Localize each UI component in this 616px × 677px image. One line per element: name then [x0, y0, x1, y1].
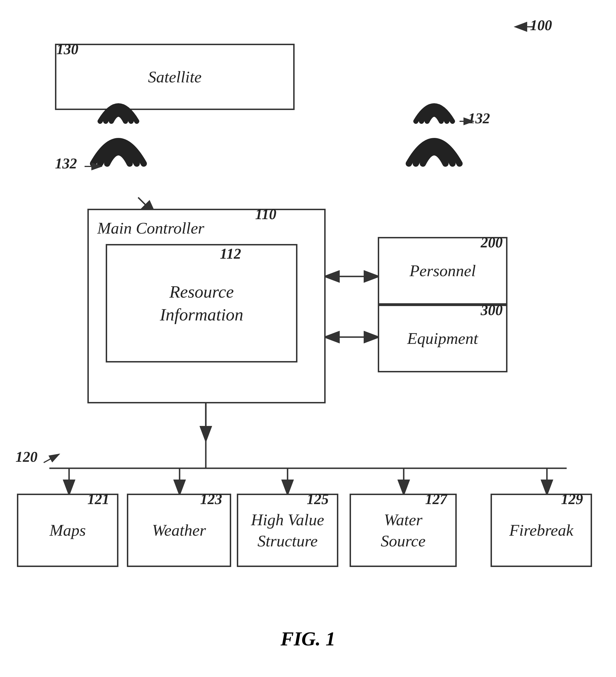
signal-left-small-icon [96, 85, 141, 124]
svg-line-22 [44, 454, 59, 463]
ref-125: 125 [307, 491, 329, 507]
ref-110: 110 [255, 206, 276, 223]
ref-132-right-arrow [457, 116, 476, 127]
equipment-label: Equipment [407, 328, 478, 349]
ref-121: 121 [87, 491, 109, 507]
resource-information-box: Resource Information [106, 244, 297, 362]
firebreak-label: Firebreak [509, 520, 573, 541]
ref-300: 300 [481, 302, 503, 318]
main-controller-box: Main Controller Resource Information [87, 209, 326, 403]
ref-132-left-arrow [82, 161, 104, 172]
ref-132-left: 132 [55, 155, 77, 172]
satellite-box: Satellite [55, 44, 295, 110]
maps-label: Maps [50, 520, 86, 541]
ref-127: 127 [425, 491, 447, 507]
satellite-label: Satellite [148, 66, 201, 87]
main-controller-title: Main Controller [97, 219, 204, 237]
water-source-label: Water Source [381, 509, 426, 552]
personnel-label: Personnel [409, 260, 476, 281]
ref-123: 123 [200, 491, 222, 507]
ref-129: 129 [561, 491, 583, 507]
weather-label: Weather [152, 520, 206, 541]
ref-200: 200 [481, 234, 503, 251]
diagram: 100 Satellite 130 132 [0, 0, 616, 677]
ref-100-arrow [513, 21, 536, 33]
ref-130: 130 [56, 41, 78, 57]
ref-120: 120 [15, 449, 38, 465]
ref-120-arrow [41, 451, 63, 468]
signal-right-small-icon [412, 85, 457, 124]
figure-caption: FIG. 1 [281, 628, 335, 650]
ref-112: 112 [220, 245, 241, 262]
hvs-label: High Value Structure [251, 509, 324, 552]
resource-information-label: Resource Information [160, 280, 243, 326]
